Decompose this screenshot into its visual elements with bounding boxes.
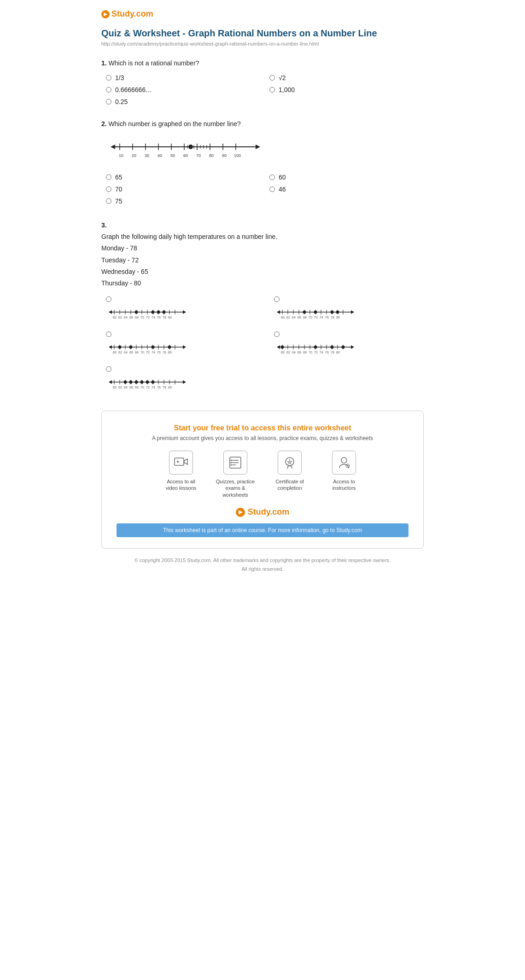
svg-marker-91 — [109, 345, 112, 349]
svg-text:80: 80 — [336, 316, 340, 319]
svg-text:62: 62 — [286, 351, 290, 354]
radio-3-c[interactable] — [106, 331, 111, 337]
promo-logo[interactable]: ▶ Study.com — [117, 507, 408, 517]
svg-text:76: 76 — [157, 316, 161, 319]
radio-3-a[interactable] — [106, 296, 111, 302]
question-1-options: 1/3 √2 0.6666666... 1,000 0.25 — [106, 74, 424, 105]
logo-icon: ▶ — [101, 10, 110, 18]
svg-marker-183 — [184, 459, 187, 464]
option-1-5[interactable]: 0.25 — [106, 98, 260, 105]
svg-text:60: 60 — [113, 316, 117, 319]
option-1-1[interactable]: 1/3 — [106, 74, 260, 81]
svg-point-169 — [146, 381, 149, 384]
footer-rights: All rights reserved. — [101, 565, 424, 574]
svg-text:80: 80 — [168, 386, 172, 389]
svg-point-168 — [140, 381, 144, 384]
option-1-3[interactable]: 0.6666666... — [106, 86, 260, 93]
nl-3-c: 60 62 64 66 68 70 72 74 76 78 80 — [106, 341, 189, 357]
nl-3-b: 60 62 64 66 68 70 72 74 76 78 80 — [274, 306, 357, 322]
promo-logo-text: Study.com — [248, 507, 290, 517]
promo-quiz-label: Quizzes, practice exams & worksheets — [215, 478, 256, 498]
nl-3-e: 60 62 64 66 68 70 72 74 76 78 80 — [106, 376, 189, 392]
promo-logo-icon: ▶ — [236, 508, 245, 517]
svg-marker-62 — [351, 310, 354, 314]
svg-point-76 — [314, 311, 317, 314]
svg-marker-2 — [256, 145, 260, 149]
option-1-4[interactable]: 1,000 — [269, 86, 424, 93]
svg-marker-121 — [277, 345, 280, 349]
svg-text:90: 90 — [222, 153, 227, 158]
logo-area: ▶ Study.com — [101, 9, 424, 19]
svg-point-166 — [129, 381, 133, 384]
svg-text:74: 74 — [152, 351, 155, 354]
q3-thursday: Thursday - 80 — [101, 278, 424, 289]
radio-1-1[interactable] — [106, 75, 111, 81]
option-2-4[interactable]: 46 — [269, 186, 424, 193]
promo-video-icon-box — [169, 451, 193, 475]
svg-text:80: 80 — [168, 316, 172, 319]
svg-text:72: 72 — [146, 316, 150, 319]
svg-text:60: 60 — [281, 351, 285, 354]
svg-marker-31 — [109, 310, 112, 314]
svg-text:74: 74 — [152, 386, 155, 389]
radio-2-2[interactable] — [269, 174, 275, 180]
q3-option-a[interactable]: 60 62 64 66 68 70 72 74 76 78 80 — [106, 296, 256, 322]
logo-text: Study.com — [111, 9, 153, 19]
promo-icon-instructor: ? Access to instructors — [323, 451, 365, 498]
radio-2-1[interactable] — [106, 174, 111, 180]
nl-3-a: 60 62 64 66 68 70 72 74 76 78 80 — [106, 306, 189, 322]
option-2-3[interactable]: 70 — [106, 186, 260, 193]
q3-tuesday: Tuesday - 72 — [101, 255, 424, 266]
radio-1-5[interactable] — [106, 99, 111, 104]
svg-text:70: 70 — [140, 351, 144, 354]
radio-1-4[interactable] — [269, 87, 275, 93]
svg-text:62: 62 — [118, 386, 122, 389]
svg-point-26 — [188, 145, 193, 149]
footer-copyright: © copyright 2003-2015 Study.com. All oth… — [101, 556, 424, 565]
radio-1-2[interactable] — [269, 75, 275, 81]
svg-text:60: 60 — [113, 351, 117, 354]
svg-text:80: 80 — [336, 351, 340, 354]
option-1-2[interactable]: √2 — [269, 74, 424, 81]
svg-text:66: 66 — [298, 316, 301, 319]
svg-text:50: 50 — [170, 153, 175, 158]
q3-option-d[interactable]: 60 62 64 66 68 70 72 74 76 78 80 — [274, 331, 424, 357]
option-2-4-label: 46 — [279, 186, 286, 193]
q3-option-b[interactable]: 60 62 64 66 68 70 72 74 76 78 80 — [274, 296, 424, 322]
radio-2-3[interactable] — [106, 186, 111, 192]
svg-text:78: 78 — [331, 351, 334, 354]
svg-text:100: 100 — [234, 153, 241, 158]
svg-point-75 — [303, 311, 306, 314]
svg-text:?: ? — [347, 464, 349, 468]
svg-text:64: 64 — [124, 351, 128, 354]
option-2-2[interactable]: 60 — [269, 174, 424, 181]
svg-text:62: 62 — [118, 316, 122, 319]
svg-text:72: 72 — [314, 351, 318, 354]
option-2-2-label: 60 — [279, 174, 286, 181]
video-icon — [174, 457, 188, 468]
radio-1-3[interactable] — [106, 87, 111, 93]
radio-2-5[interactable] — [106, 198, 111, 204]
svg-text:76: 76 — [157, 386, 161, 389]
svg-text:64: 64 — [124, 316, 128, 319]
radio-2-4[interactable] — [269, 186, 275, 192]
q3-option-e-wrapper: 60 62 64 66 68 70 72 74 76 78 80 — [106, 366, 424, 392]
option-2-1[interactable]: 65 — [106, 174, 260, 181]
svg-text:64: 64 — [124, 386, 128, 389]
radio-3-b[interactable] — [274, 296, 280, 302]
q3-option-c[interactable]: 60 62 64 66 68 70 72 74 76 78 80 — [106, 331, 256, 357]
promo-cert-label: Certificate of completion — [269, 478, 310, 492]
radio-3-e[interactable] — [106, 366, 111, 372]
page-url: http://study.com/academy/practice/quiz-w… — [101, 41, 424, 46]
question-3-instruction: Graph the following daily high temperatu… — [101, 231, 424, 243]
radio-3-d[interactable] — [274, 331, 280, 337]
site-logo[interactable]: ▶ Study.com — [101, 9, 424, 19]
question-3-text: 3. Graph the following daily high temper… — [101, 220, 424, 289]
svg-point-106 — [129, 346, 133, 349]
svg-text:72: 72 — [146, 351, 150, 354]
option-2-3-label: 70 — [115, 186, 122, 193]
svg-marker-193 — [286, 458, 293, 465]
svg-text:62: 62 — [286, 316, 290, 319]
option-2-5[interactable]: 75 — [106, 197, 260, 205]
q3-option-e[interactable]: 60 62 64 66 68 70 72 74 76 78 80 — [106, 366, 424, 392]
